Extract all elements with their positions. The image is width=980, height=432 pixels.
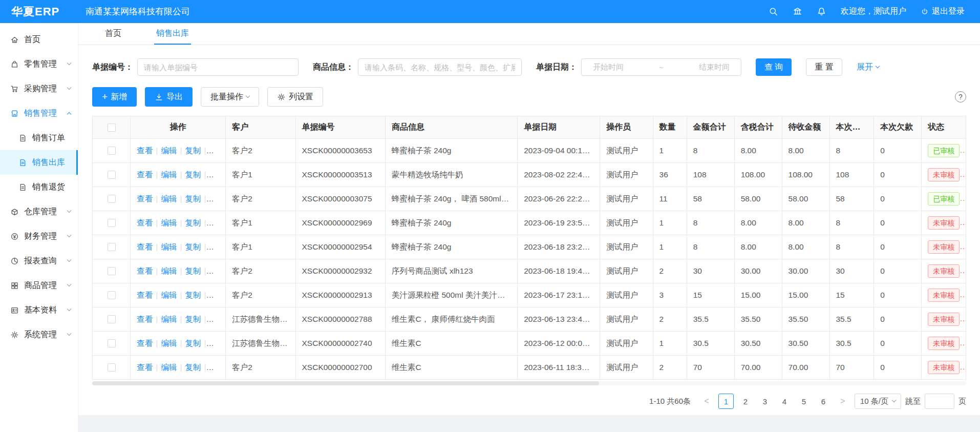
row-action-copy[interactable]: 复制	[185, 194, 201, 203]
customer-cell: 客户2	[226, 283, 295, 307]
reset-button[interactable]: 重 置	[806, 58, 842, 76]
page-button-5[interactable]: 5	[796, 394, 812, 409]
row-action-edit[interactable]: 编辑	[161, 170, 177, 179]
bank-icon[interactable]	[793, 7, 802, 16]
row-checkbox[interactable]	[108, 339, 116, 347]
sidebar-item-sales-return[interactable]: 销售退货	[0, 175, 78, 199]
row-action-copy[interactable]: 复制	[185, 315, 201, 323]
prev-page-button[interactable]: <	[699, 394, 714, 409]
row-action-copy[interactable]: 复制	[185, 266, 201, 275]
row-checkbox[interactable]	[108, 291, 116, 299]
column-header: 操作员	[600, 116, 653, 139]
row-action-copy[interactable]: 复制	[185, 218, 201, 227]
welcome-text: 欢迎您，测试用户	[841, 6, 906, 17]
row-action-view[interactable]: 查看	[137, 266, 153, 275]
doc-date-cell: 2023-06-12 00:08:21	[518, 332, 600, 356]
column-header: 单据日期	[518, 116, 600, 139]
row-action-edit[interactable]: 编辑	[161, 363, 177, 372]
sidebar-item-purchase[interactable]: 采购管理	[0, 76, 78, 101]
page-size-select[interactable]: 10 条/页	[855, 394, 901, 409]
product-info-input[interactable]	[358, 58, 522, 76]
tab-home[interactable]: 首页	[103, 23, 123, 45]
doc-date-cell: 2023-06-26 22:25:26	[518, 187, 600, 211]
sidebar-item-retail[interactable]: 零售管理	[0, 52, 78, 76]
row-checkbox[interactable]	[108, 315, 116, 323]
row-action-copy[interactable]: 复制	[185, 146, 201, 155]
sidebar-item-home[interactable]: 首页	[0, 27, 78, 52]
row-action-view[interactable]: 查看	[137, 339, 153, 347]
sidebar-item-warehouse[interactable]: 仓库管理	[0, 199, 78, 224]
row-action-edit[interactable]: 编辑	[161, 194, 177, 203]
quantity-cell: 11	[653, 187, 687, 211]
page-button-6[interactable]: 6	[816, 394, 831, 409]
row-checkbox[interactable]	[108, 363, 116, 372]
action-separator: |	[180, 218, 182, 227]
row-action-copy[interactable]: 复制	[185, 242, 201, 251]
sidebar-item-system[interactable]: 系统管理	[0, 322, 78, 347]
horizontal-scrollbar[interactable]	[92, 381, 966, 385]
row-action-view[interactable]: 查看	[137, 170, 153, 179]
row-action-edit[interactable]: 编辑	[161, 218, 177, 227]
logout-button[interactable]: 退出登录	[921, 6, 965, 17]
sidebar-item-sales-outbound[interactable]: 销售出库	[0, 150, 78, 175]
row-checkbox[interactable]	[108, 267, 116, 275]
operator-cell: 测试用户	[600, 332, 653, 356]
receivable-cell: 30.50	[782, 332, 829, 356]
row-action-view[interactable]: 查看	[137, 194, 153, 203]
row-checkbox[interactable]	[108, 219, 116, 227]
sidebar-item-sales[interactable]: 销售管理	[0, 101, 78, 126]
sidebar-item-report[interactable]: 报表查询	[0, 249, 78, 273]
row-action-edit[interactable]: 编辑	[161, 266, 177, 275]
row-action-view[interactable]: 查看	[137, 363, 153, 372]
row-checkbox[interactable]	[108, 171, 116, 179]
search-icon[interactable]	[769, 7, 778, 16]
row-checkbox[interactable]	[108, 195, 116, 203]
download-icon	[155, 93, 163, 101]
batch-operations-button[interactable]: 批量操作	[201, 87, 259, 107]
row-action-edit[interactable]: 编辑	[161, 242, 177, 251]
date-range-picker[interactable]: 开始时间 ~ 结束时间	[581, 58, 741, 76]
row-action-edit[interactable]: 编辑	[161, 339, 177, 347]
page-button-3[interactable]: 3	[757, 394, 773, 409]
row-action-view[interactable]: 查看	[137, 291, 153, 299]
page-button-1[interactable]: 1	[718, 394, 734, 409]
row-action-copy[interactable]: 复制	[185, 363, 201, 372]
jump-page-input[interactable]	[925, 394, 954, 409]
row-action-view[interactable]: 查看	[137, 242, 153, 251]
sidebar-item-finance[interactable]: 财务管理	[0, 224, 78, 249]
row-checkbox[interactable]	[108, 243, 116, 251]
add-button[interactable]: + 新增	[92, 87, 137, 107]
sidebar-item-basic-data[interactable]: 基本资料	[0, 298, 78, 322]
select-all-checkbox[interactable]	[108, 124, 116, 132]
search-button[interactable]: 查 询	[756, 58, 792, 76]
bell-icon[interactable]	[817, 7, 826, 16]
help-icon[interactable]: ?	[955, 91, 966, 102]
export-button[interactable]: 导出	[145, 87, 193, 107]
customer-cell: 客户1	[226, 235, 295, 259]
doc-number-input[interactable]	[137, 58, 299, 76]
row-action-copy[interactable]: 复制	[185, 291, 201, 299]
sidebar-item-goods[interactable]: 商品管理	[0, 273, 78, 298]
page-button-4[interactable]: 4	[777, 394, 792, 409]
tab-sales-outbound[interactable]: 销售出库	[154, 23, 191, 45]
row-action-edit[interactable]: 编辑	[161, 291, 177, 299]
row-action-copy[interactable]: 复制	[185, 170, 201, 179]
main-area: 首页 销售出库 单据编号： 商品信息： 单据日期：	[78, 23, 980, 432]
row-action-copy[interactable]: 复制	[185, 339, 201, 347]
sidebar-item-sales-order[interactable]: 销售订单	[0, 126, 78, 150]
column-settings-button[interactable]: 列设置	[267, 87, 323, 107]
table-row: 查看|编辑|复制|删除客户1XSCK00000002954蜂蜜柚子茶 240g2…	[93, 235, 966, 259]
quantity-cell: 2	[653, 356, 687, 380]
customer-cell: 客户1	[226, 211, 295, 235]
row-action-view[interactable]: 查看	[137, 218, 153, 227]
next-page-button[interactable]: >	[835, 394, 850, 409]
row-action-edit[interactable]: 编辑	[161, 315, 177, 323]
row-action-view[interactable]: 查看	[137, 146, 153, 155]
row-action-edit[interactable]: 编辑	[161, 146, 177, 155]
received-cell: 15	[829, 283, 874, 307]
row-action-view[interactable]: 查看	[137, 315, 153, 323]
expand-link[interactable]: 展开	[857, 62, 879, 73]
scrollbar-thumb[interactable]	[92, 381, 599, 385]
row-checkbox[interactable]	[108, 147, 116, 155]
page-button-2[interactable]: 2	[738, 394, 753, 409]
